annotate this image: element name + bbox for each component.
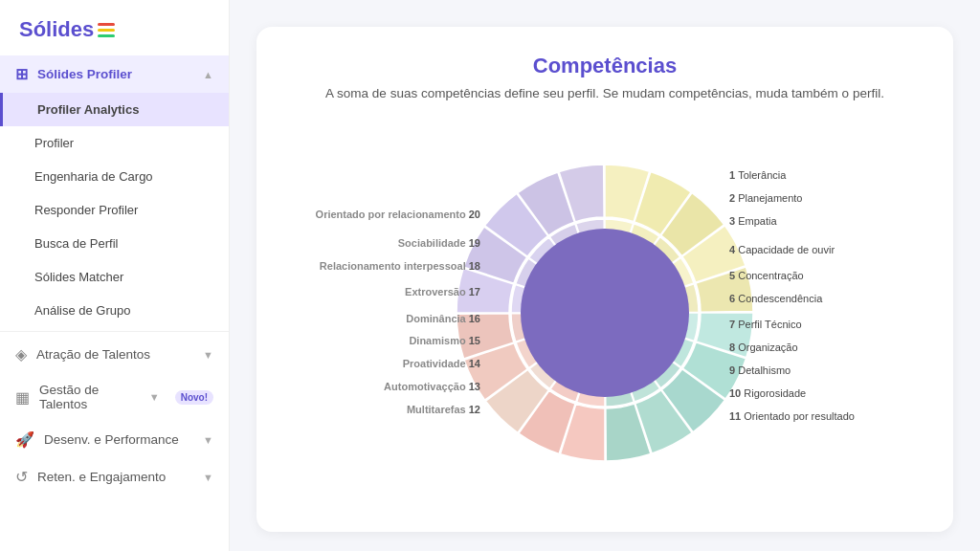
card-subtitle: A soma de suas competências define seu p…	[325, 86, 884, 100]
logo-line-red	[98, 23, 115, 26]
label-2: 2 Planejamento	[729, 192, 802, 204]
sidebar-group-label: Sólides Profiler	[37, 67, 132, 81]
label-12: Multitarefas 12	[407, 404, 480, 415]
label-6: 6 Condescendência	[729, 293, 822, 304]
label-3: 3 Empatia	[729, 215, 777, 227]
sidebar-item-atracao-de-talentos[interactable]: ◈ Atração de Talentos ▼	[0, 336, 229, 373]
label-19: Sociabilidade 19	[398, 237, 480, 249]
sidebar-group-label: Gestão de Talentos	[39, 383, 140, 411]
label-15: Dinamismo 15	[409, 335, 480, 346]
sidebar-subitem-label: Busca de Perfil	[34, 236, 118, 251]
sidebar-item-analise-de-grupo[interactable]: Análise de Grupo	[0, 294, 229, 327]
sidebar-subitem-label: Profiler	[34, 136, 74, 150]
chart-icon: ▦	[15, 388, 30, 407]
sidebar-group-label: Atração de Talentos	[36, 347, 150, 362]
sidebar-subitem-label: Sólides Matcher	[34, 270, 123, 284]
rocket-icon: 🚀	[15, 430, 34, 449]
logo-line-yellow	[98, 29, 115, 32]
logo-line-green	[98, 34, 115, 37]
donut-chart-svg	[442, 150, 768, 475]
sidebar-item-solides-profiler[interactable]: ⊞ Sólides Profiler ▲	[0, 55, 229, 93]
label-13: Automotivaçção 13	[384, 381, 480, 392]
label-20: Orientado por relacionamento 20	[316, 209, 480, 220]
label-4: 4 Capacidade de ouvir	[729, 244, 835, 255]
labels-left: Orientado por relacionamento 20 Sociabil…	[270, 150, 480, 475]
divider-1	[0, 331, 229, 332]
logo-text: Sólides	[19, 17, 94, 42]
label-10: 10 Rigorosidade	[729, 387, 806, 399]
refresh-icon: ↺	[15, 468, 28, 486]
label-8: 8 Organização	[729, 342, 798, 353]
sidebar-group-label: Desenv. e Performance	[44, 432, 179, 447]
chevron-down-icon: ▼	[149, 391, 160, 403]
grid-icon: ⊞	[15, 65, 28, 83]
chevron-down-icon: ▼	[203, 434, 213, 446]
label-1: 1 Tolerância	[729, 169, 786, 181]
sidebar-subitem-label: Análise de Grupo	[34, 303, 130, 318]
label-5: 5 Concentração	[729, 270, 804, 281]
logo: Sólides	[0, 0, 229, 55]
label-7: 7 Perfil Técnico	[729, 319, 802, 330]
chevron-down-icon: ▼	[203, 472, 213, 483]
label-9: 9 Detalhismo	[729, 364, 791, 376]
sidebar-item-gestao-de-talentos[interactable]: ▦ Gestão de Talentos ▼ Novo!	[0, 373, 229, 421]
sidebar-item-responder-profiler[interactable]: Responder Profiler	[0, 193, 229, 227]
sidebar-subitem-label: Responder Profiler	[34, 203, 138, 217]
layers-icon: ◈	[15, 345, 27, 364]
chart-wrapper: Orientado por relacionamento 20 Sociabil…	[385, 150, 825, 475]
logo-decoration	[98, 23, 115, 37]
sidebar-group-label: Reten. e Engajamento	[37, 470, 166, 484]
chart-area: Orientado por relacionamento 20 Sociabil…	[287, 120, 923, 505]
label-18: Relacionamento interpessoal 18	[320, 260, 480, 272]
card-title: Competências	[533, 54, 677, 78]
sidebar-subitem-label: Profiler Analytics	[37, 102, 139, 117]
center-circle	[521, 229, 689, 397]
sidebar-item-engenharia-de-cargo[interactable]: Engenharia de Cargo	[0, 160, 229, 193]
sidebar: Sólides ⊞ Sólides Profiler ▲ Profiler An…	[0, 0, 230, 551]
sidebar-item-profiler[interactable]: Profiler	[0, 126, 229, 160]
competencias-card: Competências A soma de suas competências…	[256, 27, 953, 532]
chevron-down-icon: ▼	[203, 349, 213, 361]
sidebar-item-desenv-performance[interactable]: 🚀 Desenv. e Performance ▼	[0, 421, 229, 458]
label-17: Extroversão 17	[405, 286, 480, 298]
chevron-up-icon: ▲	[203, 69, 213, 80]
label-11: 11 Orientado por resultado	[729, 410, 855, 422]
label-16: Dominância 16	[406, 313, 480, 324]
main-content: Competências A soma de suas competências…	[230, 0, 980, 551]
sidebar-item-solides-matcher[interactable]: Sólides Matcher	[0, 260, 229, 294]
sidebar-item-reten-engajamento[interactable]: ↺ Reten. e Engajamento ▼	[0, 458, 229, 496]
labels-right: 1 Tolerância 2 Planejamento 3 Empatia 4 …	[729, 150, 940, 475]
sidebar-item-busca-de-perfil[interactable]: Busca de Perfil	[0, 227, 229, 260]
new-badge: Novo!	[175, 390, 213, 405]
label-14: Proatividade 14	[403, 358, 480, 369]
sidebar-item-profiler-analytics[interactable]: Profiler Analytics	[0, 93, 229, 126]
sidebar-subitem-label: Engenharia de Cargo	[34, 169, 153, 184]
